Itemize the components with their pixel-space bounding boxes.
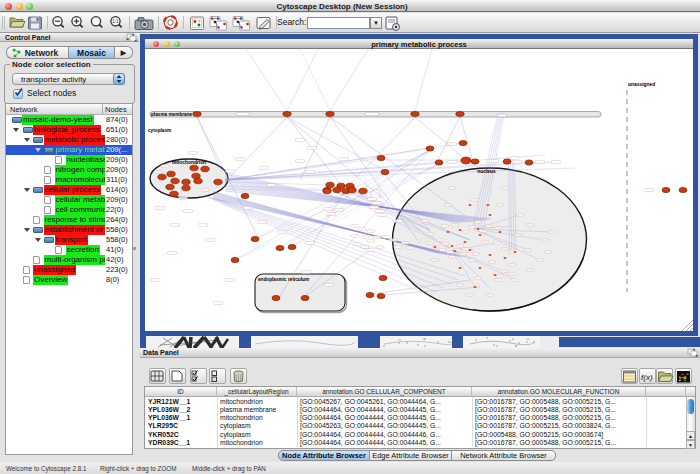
svg-text:mitochondrion: mitochondrion <box>172 160 206 165</box>
svg-text:nucleus: nucleus <box>477 169 496 174</box>
svg-text:f(x): f(x) <box>641 373 653 382</box>
svg-text:1:1: 1:1 <box>112 19 119 24</box>
svg-text:cytoplasm: cytoplasm <box>148 128 171 133</box>
svg-text:plasma membrane: plasma membrane <box>151 112 193 117</box>
svg-text:unassigned: unassigned <box>628 82 655 87</box>
svg-text:endoplasmic reticulum: endoplasmic reticulum <box>258 277 309 282</box>
